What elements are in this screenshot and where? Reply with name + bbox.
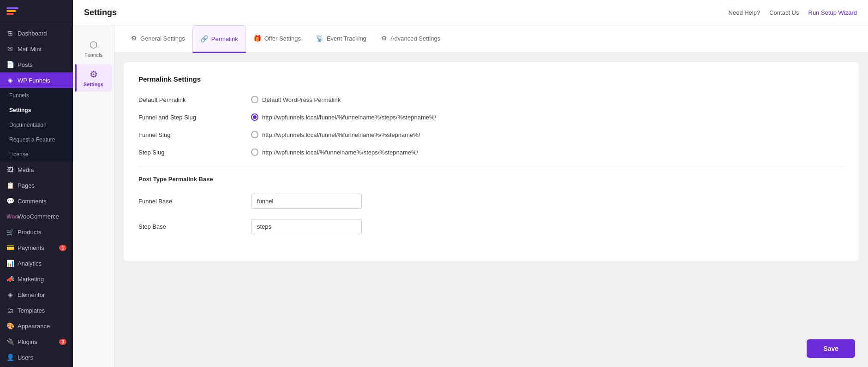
sidebar-item-posts[interactable]: 📄 Posts	[0, 57, 73, 72]
step-slug-radio-option[interactable]: http://wpfunnels.local/%funnelname%/step…	[251, 148, 418, 156]
page-area: ⚙ General Settings 🔗 Permalink 🎁 Offer S…	[114, 25, 868, 367]
permalink-tab-icon: 🔗	[200, 35, 208, 42]
wp-funnels-submenu: Funnels Settings Documentation Request a…	[0, 88, 73, 162]
general-settings-tab-icon: ⚙	[131, 35, 137, 42]
step-slug-radio[interactable]	[251, 148, 258, 156]
sidebar-item-label: Media	[18, 166, 34, 173]
run-setup-wizard-link[interactable]: Run Setup Wizard	[808, 9, 857, 16]
funnels-nav-label: Funnels	[84, 52, 102, 58]
sidebar-item-appearance[interactable]: 🎨 Appearance	[0, 318, 73, 334]
appearance-icon: 🎨	[6, 322, 14, 330]
contact-us-link[interactable]: Contact Us	[769, 9, 799, 16]
sidebar-item-label: Analytics	[18, 260, 42, 267]
payments-icon: 💳	[6, 244, 14, 251]
posts-icon: 📄	[6, 61, 14, 68]
tab-event-tracking[interactable]: 📡 Event Tracking	[308, 25, 374, 53]
sidebar-item-documentation-sub[interactable]: Documentation	[0, 118, 73, 132]
media-icon: 🖼	[6, 166, 14, 173]
sidebar-logo	[0, 0, 73, 25]
funnel-step-slug-url: http://wpfunnels.local/funnel/%funnelnam…	[262, 114, 436, 121]
sidebar-item-settings-sub[interactable]: Settings	[0, 103, 73, 118]
funnel-base-row: Funnel Base	[138, 194, 844, 209]
sidebar-item-woocommerce[interactable]: Woo WooCommerce	[0, 209, 73, 224]
default-permalink-row: Default Permalink Default WordPress Perm…	[138, 96, 844, 103]
need-help-link[interactable]: Need Help?	[729, 9, 760, 16]
sidebar-item-label: Marketing	[18, 276, 44, 283]
default-permalink-radio-option[interactable]: Default WordPress Permalink	[251, 96, 341, 103]
permalink-tab-label: Permalink	[211, 36, 238, 42]
default-permalink-label: Default Permalink	[138, 96, 240, 103]
funnel-base-input[interactable]	[251, 194, 362, 209]
logo-icon	[6, 7, 18, 18]
funnel-slug-radio-option[interactable]: http://wpfunnels.local/funnel/%funnelnam…	[251, 131, 420, 138]
settings-footer: Save	[807, 339, 855, 358]
sidebar-item-comments[interactable]: 💬 Comments	[0, 193, 73, 209]
pages-icon: 📋	[6, 182, 14, 189]
logo-stripe-1	[6, 7, 18, 9]
sidebar-item-pages[interactable]: 📋 Pages	[0, 178, 73, 193]
sidebar-item-marketing[interactable]: 📣 Marketing	[0, 271, 73, 287]
main-content: Settings Need Help? Contact Us Run Setup…	[73, 0, 868, 367]
tab-permalink[interactable]: 🔗 Permalink	[192, 25, 246, 53]
funnels-nav-icon: ⬡	[90, 39, 97, 50]
funnel-step-slug-radio[interactable]	[251, 113, 258, 121]
funnel-slug-label: Funnel Slug	[138, 131, 240, 138]
sidebar-item-dashboard[interactable]: ⊞ Dashboard	[0, 25, 73, 41]
plugins-icon: 🔌	[6, 338, 14, 345]
sidebar-item-license-sub[interactable]: License	[0, 147, 73, 162]
logo-stripe-2	[6, 10, 16, 12]
sidebar-item-request-feature-sub[interactable]: Request a Feature	[0, 132, 73, 147]
sidebar-item-mail-mint[interactable]: ✉ Mail Mint	[0, 41, 73, 57]
sidebar-item-templates[interactable]: 🗂 Templates	[0, 302, 73, 318]
documentation-sub-label: Documentation	[9, 122, 47, 128]
sidebar-item-plugins[interactable]: 🔌 Plugins 3	[0, 334, 73, 349]
funnels-nav-item-settings[interactable]: ⚙ Settings	[75, 64, 112, 92]
marketing-icon: 📣	[6, 275, 14, 283]
funnel-base-label: Funnel Base	[138, 198, 240, 205]
sidebar-item-payments[interactable]: 💳 Payments 1	[0, 240, 73, 255]
sidebar-item-media[interactable]: 🖼 Media	[0, 162, 73, 178]
sidebar-item-label: Users	[18, 354, 33, 361]
step-slug-label: Step Slug	[138, 149, 240, 156]
topbar-actions: Need Help? Contact Us Run Setup Wizard	[729, 9, 857, 16]
step-slug-url: http://wpfunnels.local/%funnelname%/step…	[262, 149, 418, 156]
tab-general-settings[interactable]: ⚙ General Settings	[124, 25, 192, 53]
funnel-slug-url: http://wpfunnels.local/funnel/%funnelnam…	[262, 131, 420, 138]
step-base-input[interactable]	[251, 219, 362, 234]
page-title: Settings	[84, 8, 729, 18]
woocommerce-icon: Woo	[6, 213, 14, 220]
advanced-settings-tab-icon: ⚙	[381, 35, 387, 42]
elementor-icon: ◈	[6, 291, 14, 298]
sidebar-item-users[interactable]: 👤 Users	[0, 349, 73, 365]
dashboard-icon: ⊞	[6, 30, 14, 37]
permalink-settings-title: Permalink Settings	[138, 75, 844, 83]
funnel-step-slug-radio-option[interactable]: http://wpfunnels.local/funnel/%funnelnam…	[251, 113, 436, 121]
sidebar-item-label: Appearance	[18, 323, 50, 330]
tab-advanced-settings[interactable]: ⚙ Advanced Settings	[374, 25, 448, 53]
offer-settings-tab-label: Offer Settings	[264, 35, 301, 42]
save-button[interactable]: Save	[807, 339, 855, 358]
sidebar-item-wp-funnels[interactable]: ◈ WP Funnels	[0, 72, 73, 88]
sidebar-item-label: Posts	[18, 61, 33, 68]
default-permalink-radio-label: Default WordPress Permalink	[262, 96, 341, 103]
sidebar-item-analytics[interactable]: 📊 Analytics	[0, 255, 73, 271]
comments-icon: 💬	[6, 197, 14, 205]
funnels-nav-item-funnels[interactable]: ⬡ Funnels	[75, 35, 112, 62]
step-slug-row: Step Slug http://wpfunnels.local/%funnel…	[138, 148, 844, 156]
sidebar-item-label: Products	[18, 229, 41, 236]
funnels-settings-icon: ⚙	[90, 69, 98, 80]
sidebar-item-products[interactable]: 🛒 Products	[0, 224, 73, 240]
funnel-step-slug-label: Funnel and Step Slug	[138, 114, 240, 121]
sidebar-item-funnels-sub[interactable]: Funnels	[0, 88, 73, 103]
tab-offer-settings[interactable]: 🎁 Offer Settings	[246, 25, 308, 53]
default-permalink-radio[interactable]	[251, 96, 258, 103]
sidebar-item-label: Dashboard	[18, 30, 47, 37]
settings-sub-label: Settings	[9, 107, 31, 113]
analytics-icon: 📊	[6, 260, 14, 267]
step-base-row: Step Base	[138, 219, 844, 234]
funnel-slug-radio[interactable]	[251, 131, 258, 138]
sidebar-item-elementor[interactable]: ◈ Elementor	[0, 287, 73, 302]
sidebar: ⊞ Dashboard ✉ Mail Mint 📄 Posts ◈ WP Fun…	[0, 0, 73, 367]
wp-funnels-icon: ◈	[6, 77, 14, 84]
funnels-sidebar: ⬡ Funnels ⚙ Settings	[73, 25, 114, 367]
